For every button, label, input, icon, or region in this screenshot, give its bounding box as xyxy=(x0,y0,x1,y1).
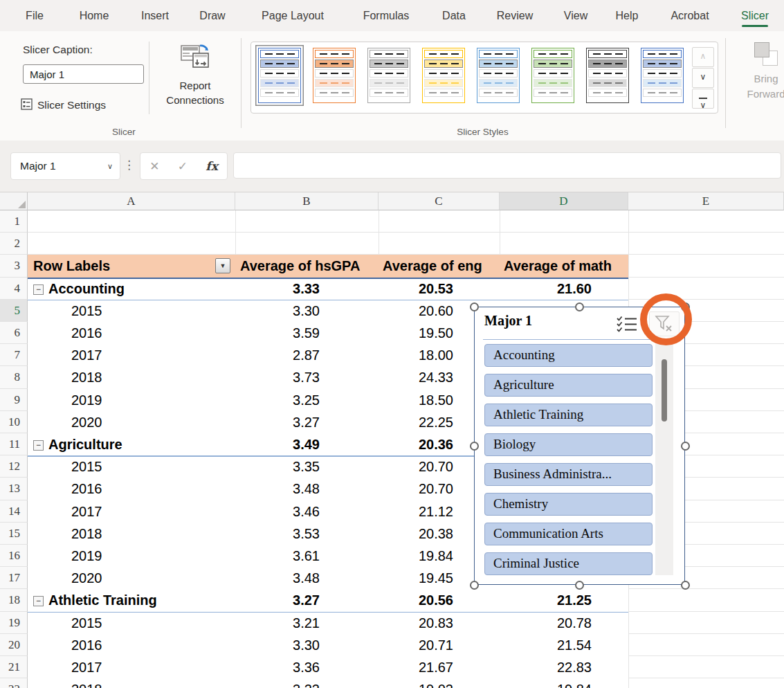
slicer-scrollbar[interactable] xyxy=(655,344,673,575)
pivot-row-label: 2018 xyxy=(71,682,102,688)
pivot-cell-rowlabel[interactable]: 2017 xyxy=(28,656,235,678)
slicer-scrollbar-thumb[interactable] xyxy=(662,359,667,422)
pivot-cell-d[interactable]: 19.84 xyxy=(500,678,628,688)
slicer-item-criminal-justice[interactable]: Criminal Justice xyxy=(484,552,653,575)
pivot-header-row: Row Labels ▼ Average of hsGPA Average of… xyxy=(28,255,628,277)
pivot-cell-b[interactable]: 3.48 xyxy=(235,567,379,589)
pivot-row-18: −Athletic Training3.2720.5621.25 xyxy=(0,589,628,611)
pivot-row-label: 2018 xyxy=(71,526,102,541)
pivot-cell-d[interactable]: 22.83 xyxy=(500,656,628,678)
slicer-item-chemistry[interactable]: Chemistry xyxy=(484,493,653,516)
collapse-icon[interactable]: − xyxy=(33,440,44,451)
pivot-cell-b[interactable]: 3.36 xyxy=(235,656,379,678)
pivot-cell-d[interactable]: 21.54 xyxy=(500,634,628,656)
collapse-icon[interactable]: − xyxy=(33,284,44,295)
pivot-row-22: 20183.2219.0219.84 xyxy=(0,678,628,688)
selection-handle[interactable] xyxy=(470,302,479,311)
pivot-cell-rowlabel[interactable]: −Accounting xyxy=(28,278,235,300)
pivot-cell-rowlabel[interactable]: 2019 xyxy=(28,389,235,411)
pivot-row-label: Accounting xyxy=(48,281,125,296)
pivot-cell-b[interactable]: 3.61 xyxy=(235,545,379,567)
pivot-cell-rowlabel[interactable]: 2018 xyxy=(28,678,235,688)
pivot-row-19: 20153.2120.8320.78 xyxy=(0,612,628,634)
pivot-row-label: 2015 xyxy=(71,459,102,474)
pivot-cell-rowlabel[interactable]: 2020 xyxy=(28,567,235,589)
pivot-row-label: 2020 xyxy=(71,570,102,586)
selection-handle[interactable] xyxy=(681,302,690,311)
pivot-cell-rowlabel[interactable]: 2017 xyxy=(28,500,235,523)
pivot-row-label: 2018 xyxy=(71,370,102,385)
slicer-title: Major 1 xyxy=(484,313,532,329)
pivot-row-label: Athletic Training xyxy=(48,592,157,608)
selection-handle[interactable] xyxy=(575,581,584,590)
clear-filter-icon[interactable] xyxy=(649,311,680,336)
slicer-header-divider xyxy=(483,339,660,340)
pivot-cell-rowlabel[interactable]: 2018 xyxy=(28,523,235,545)
pivot-header-math[interactable]: Average of math xyxy=(504,255,612,277)
pivot-row-label: Agriculture xyxy=(48,437,122,452)
pivot-cell-b[interactable]: 3.49 xyxy=(235,433,379,455)
pivot-cell-rowlabel[interactable]: −Athletic Training xyxy=(28,589,235,611)
excel-window: FileHomeInsertDrawPage LayoutFormulasDat… xyxy=(0,0,784,688)
pivot-cell-c[interactable]: 20.53 xyxy=(379,278,500,300)
pivot-cell-b[interactable]: 3.73 xyxy=(235,366,379,388)
pivot-cell-d[interactable]: 20.78 xyxy=(500,612,628,634)
pivot-cell-rowlabel[interactable]: 2015 xyxy=(28,300,235,322)
slicer-item-athletic-training[interactable]: Athletic Training xyxy=(484,404,653,426)
pivot-cell-b[interactable]: 3.33 xyxy=(235,278,379,300)
pivot-cell-b[interactable]: 2.87 xyxy=(235,344,379,366)
row-labels-filter-dropdown[interactable]: ▼ xyxy=(215,258,230,273)
pivot-cell-b[interactable]: 3.30 xyxy=(235,634,379,656)
pivot-cell-b[interactable]: 3.46 xyxy=(235,500,379,523)
pivot-row-label: 2020 xyxy=(71,415,102,430)
pivot-cell-b[interactable]: 3.27 xyxy=(235,411,379,433)
pivot-cell-rowlabel[interactable]: 2015 xyxy=(28,455,235,478)
slicer-item-communication-arts[interactable]: Communication Arts xyxy=(484,523,653,545)
pivot-cell-rowlabel[interactable]: 2016 xyxy=(28,478,235,500)
slicer-item-accounting[interactable]: Accounting xyxy=(484,344,653,367)
slicer-item-agriculture[interactable]: Agriculture xyxy=(484,374,653,397)
pivot-cell-b[interactable]: 3.53 xyxy=(235,523,379,545)
slicer-item-business-administra[interactable]: Business Administra... xyxy=(484,463,653,486)
pivot-cell-rowlabel[interactable]: 2018 xyxy=(28,366,235,388)
selection-handle[interactable] xyxy=(470,581,479,590)
pivot-cell-c[interactable]: 20.71 xyxy=(379,634,500,656)
pivot-cell-b[interactable]: 3.30 xyxy=(235,300,379,322)
collapse-icon[interactable]: − xyxy=(33,596,44,606)
pivot-header-hsgpa[interactable]: Average of hsGPA xyxy=(240,255,360,277)
pivot-cell-rowlabel[interactable]: −Agriculture xyxy=(28,433,235,455)
pivot-cell-rowlabel[interactable]: 2016 xyxy=(28,634,235,656)
pivot-cell-b[interactable]: 3.35 xyxy=(235,455,379,478)
pivot-cell-rowlabel[interactable]: 2015 xyxy=(28,612,235,634)
pivot-cell-b[interactable]: 3.21 xyxy=(235,612,379,634)
pivot-cell-rowlabel[interactable]: 2019 xyxy=(28,545,235,567)
pivot-row-label: 2019 xyxy=(71,548,102,563)
pivot-cell-b[interactable]: 3.59 xyxy=(235,322,379,344)
slicer-major1[interactable]: Major 1 AccountingAgricultureAthletic Tr… xyxy=(474,307,685,585)
pivot-cell-d[interactable]: 21.25 xyxy=(500,589,628,611)
selection-handle[interactable] xyxy=(470,442,479,451)
pivot-cell-b[interactable]: 3.22 xyxy=(235,678,379,688)
pivot-row-label: 2016 xyxy=(71,481,102,496)
pivot-cell-rowlabel[interactable]: 2016 xyxy=(28,322,235,344)
pivot-row-label: 2015 xyxy=(71,615,102,631)
pivot-header-row-labels[interactable]: Row Labels xyxy=(33,255,110,277)
pivot-cell-b[interactable]: 3.25 xyxy=(235,389,379,411)
pivot-cell-rowlabel[interactable]: 2020 xyxy=(28,411,235,433)
pivot-cell-d[interactable]: 21.60 xyxy=(500,278,628,300)
pivot-cell-c[interactable]: 19.02 xyxy=(379,678,500,688)
selection-handle[interactable] xyxy=(575,302,584,311)
selection-handle[interactable] xyxy=(681,442,690,451)
pivot-cell-c[interactable]: 21.67 xyxy=(379,656,500,678)
selection-handle[interactable] xyxy=(681,581,690,590)
pivot-header-eng[interactable]: Average of eng xyxy=(383,255,482,277)
pivot-row-21: 20173.3621.6722.83 xyxy=(0,656,628,678)
pivot-row-label: 2017 xyxy=(71,347,102,363)
pivot-cell-rowlabel[interactable]: 2017 xyxy=(28,344,235,366)
slicer-item-biology[interactable]: Biology xyxy=(484,433,653,456)
pivot-cell-b[interactable]: 3.27 xyxy=(235,589,379,611)
pivot-cell-b[interactable]: 3.48 xyxy=(235,478,379,500)
pivot-cell-c[interactable]: 20.56 xyxy=(379,589,500,611)
pivot-cell-c[interactable]: 20.83 xyxy=(379,612,500,634)
multi-select-icon[interactable] xyxy=(614,315,639,334)
